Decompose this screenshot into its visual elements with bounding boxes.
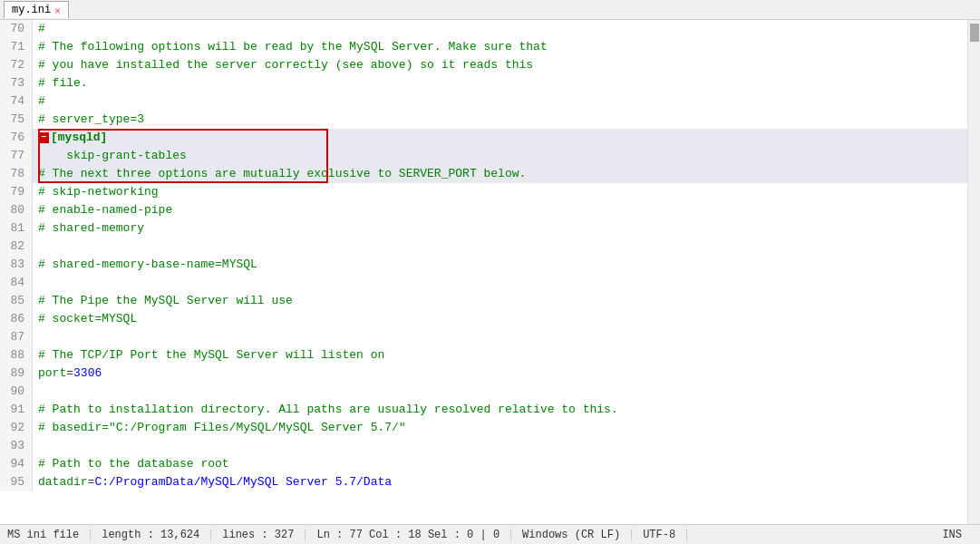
line-content: # shared-memory-base-name=MYSQL bbox=[33, 256, 257, 274]
comment-text: # socket=MYSQL bbox=[38, 310, 137, 328]
comment-text: # bbox=[38, 92, 45, 111]
table-row: 90 bbox=[0, 383, 967, 401]
comment-text: # enable-named-pipe bbox=[38, 201, 172, 219]
table-row: 76−[mysqld] bbox=[0, 129, 967, 147]
table-row: 79# skip-networking bbox=[0, 183, 967, 201]
line-number: 95 bbox=[0, 473, 33, 491]
tab-label: my.ini bbox=[12, 4, 51, 16]
line-number: 78 bbox=[0, 165, 33, 183]
line-number: 92 bbox=[0, 419, 33, 437]
comment-text: # The next three options are mutually ex… bbox=[38, 165, 526, 183]
comment-text: # The TCP/IP Port the MySQL Server will … bbox=[38, 346, 384, 364]
line-content: # enable-named-pipe bbox=[33, 201, 172, 219]
comment-text: # The Pipe the MySQL Server will use bbox=[38, 292, 293, 310]
comment-text: # basedir="C:/Program Files/MySQL/MySQL … bbox=[38, 419, 406, 437]
line-content bbox=[33, 238, 38, 256]
key-part: port bbox=[38, 364, 66, 383]
line-number: 93 bbox=[0, 437, 33, 455]
vertical-scrollbar[interactable] bbox=[967, 20, 980, 524]
line-number: 75 bbox=[0, 111, 33, 129]
line-content: # The Pipe the MySQL Server will use bbox=[33, 292, 293, 310]
line-ending: Windows (CR LF) bbox=[511, 529, 632, 541]
comment-text: # server_type=3 bbox=[38, 111, 144, 129]
line-number: 89 bbox=[0, 364, 33, 383]
table-row: 83# shared-memory-base-name=MYSQL bbox=[0, 256, 967, 274]
line-content bbox=[33, 274, 38, 292]
tab-close-icon[interactable]: ✕ bbox=[54, 5, 61, 16]
line-number: 90 bbox=[0, 383, 33, 401]
line-content: −[mysqld] bbox=[33, 129, 107, 147]
line-number: 82 bbox=[0, 238, 33, 256]
line-content: skip-grant-tables bbox=[33, 147, 187, 165]
value-part: 3306 bbox=[73, 364, 102, 383]
status-bar: MS ini file length : 13,624 lines : 327 … bbox=[0, 524, 980, 544]
table-row: 89port=3306 bbox=[0, 364, 967, 383]
comment-text: # shared-memory-base-name=MYSQL bbox=[38, 256, 257, 274]
code-area[interactable]: 70#71# The following options will be rea… bbox=[0, 20, 967, 524]
file-type: MS ini file bbox=[7, 529, 91, 541]
table-row: 73# file. bbox=[0, 74, 967, 92]
line-content: datadir=C:/ProgramData/MySQL/MySQL Serve… bbox=[33, 473, 392, 491]
line-content bbox=[33, 437, 38, 455]
cursor-position: Ln : 77 Col : 18 Sel : 0 | 0 bbox=[306, 529, 511, 541]
comment-text: # Path to the database root bbox=[38, 455, 229, 473]
editor-tab[interactable]: my.ini ✕ bbox=[4, 1, 69, 18]
comment-text: # bbox=[38, 20, 45, 38]
table-row: 80# enable-named-pipe bbox=[0, 201, 967, 219]
line-content: # bbox=[33, 20, 45, 38]
line-number: 84 bbox=[0, 274, 33, 292]
line-number: 80 bbox=[0, 201, 33, 219]
table-row: 75# server_type=3 bbox=[0, 111, 967, 129]
line-content: # you have installed the server correctl… bbox=[33, 56, 533, 74]
table-row: 85# The Pipe the MySQL Server will use bbox=[0, 292, 967, 310]
line-content: # skip-networking bbox=[33, 183, 159, 201]
line-number: 70 bbox=[0, 20, 33, 38]
equals-sign: = bbox=[66, 364, 73, 383]
line-number: 83 bbox=[0, 256, 33, 274]
table-row: 70# bbox=[0, 20, 967, 38]
editor-container: 70#71# The following options will be rea… bbox=[0, 20, 980, 524]
line-number: 94 bbox=[0, 455, 33, 473]
table-row: 71# The following options will be read b… bbox=[0, 38, 967, 56]
value-part: C:/ProgramData/MySQL/MySQL Server 5.7/Da… bbox=[94, 473, 392, 491]
line-number: 81 bbox=[0, 219, 33, 238]
comment-text: # The following options will be read by … bbox=[38, 38, 548, 56]
line-content: # bbox=[33, 92, 45, 111]
line-content bbox=[33, 383, 38, 401]
line-content: # The next three options are mutually ex… bbox=[33, 165, 526, 183]
line-number: 91 bbox=[0, 401, 33, 419]
comment-text: # shared-memory bbox=[38, 219, 144, 238]
line-content: # The TCP/IP Port the MySQL Server will … bbox=[33, 346, 384, 364]
line-content: # basedir="C:/Program Files/MySQL/MySQL … bbox=[33, 419, 406, 437]
table-row: 81# shared-memory bbox=[0, 219, 967, 238]
table-row: 92# basedir="C:/Program Files/MySQL/MySQ… bbox=[0, 419, 967, 437]
encoding: UTF-8 bbox=[632, 529, 687, 541]
line-number: 77 bbox=[0, 147, 33, 165]
table-row: 88# The TCP/IP Port the MySQL Server wil… bbox=[0, 346, 967, 364]
table-row: 84 bbox=[0, 274, 967, 292]
scrollbar-thumb[interactable] bbox=[970, 24, 979, 42]
table-row: 95datadir=C:/ProgramData/MySQL/MySQL Ser… bbox=[0, 473, 967, 491]
line-number: 72 bbox=[0, 56, 33, 74]
line-number: 74 bbox=[0, 92, 33, 111]
line-number: 73 bbox=[0, 74, 33, 92]
line-content: # The following options will be read by … bbox=[33, 38, 548, 56]
table-row: 94# Path to the database root bbox=[0, 455, 967, 473]
comment-text: # skip-networking bbox=[38, 183, 159, 201]
insert-mode: INS bbox=[931, 529, 973, 541]
table-row: 86# socket=MYSQL bbox=[0, 310, 967, 328]
line-number: 88 bbox=[0, 346, 33, 364]
table-row: 77 skip-grant-tables bbox=[0, 147, 967, 165]
table-row: 74# bbox=[0, 92, 967, 111]
table-row: 72# you have installed the server correc… bbox=[0, 56, 967, 74]
collapse-icon[interactable]: − bbox=[38, 132, 49, 143]
table-row: 91# Path to installation directory. All … bbox=[0, 401, 967, 419]
comment-text: # file. bbox=[38, 74, 88, 92]
section-name: [mysqld] bbox=[51, 129, 107, 147]
line-content: # socket=MYSQL bbox=[33, 310, 137, 328]
line-content: # file. bbox=[33, 74, 88, 92]
line-number: 86 bbox=[0, 310, 33, 328]
line-number: 76 bbox=[0, 129, 33, 147]
line-content: # shared-memory bbox=[33, 219, 144, 238]
line-content: port=3306 bbox=[33, 364, 102, 383]
